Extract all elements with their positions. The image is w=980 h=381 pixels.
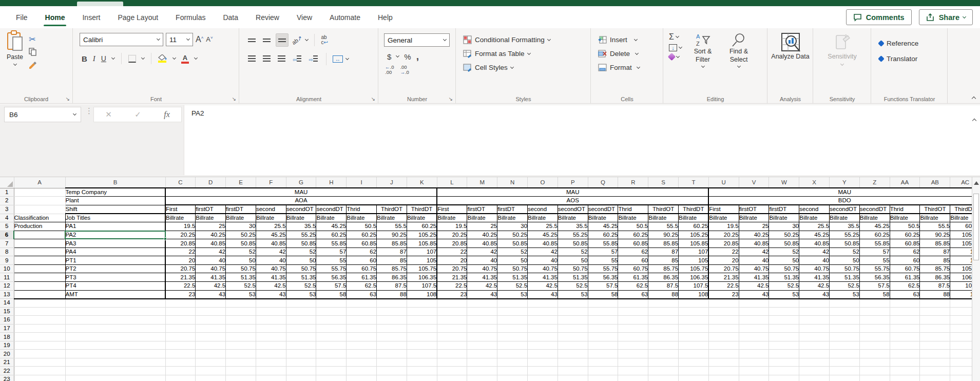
cell-A9[interactable] bbox=[14, 256, 65, 265]
cell[interactable] bbox=[588, 324, 618, 333]
cell-rate[interactable]: 52 bbox=[497, 247, 528, 256]
cell-rate[interactable]: 90.25 bbox=[648, 231, 679, 239]
cell[interactable] bbox=[437, 367, 467, 375]
cell[interactable] bbox=[196, 367, 226, 375]
cell-rate[interactable]: 85 bbox=[377, 256, 407, 265]
cell-B11[interactable]: PT3 bbox=[65, 273, 165, 282]
cell[interactable] bbox=[347, 299, 377, 308]
cell[interactable] bbox=[588, 316, 618, 325]
cell[interactable] bbox=[256, 358, 286, 367]
cell[interactable] bbox=[407, 367, 437, 375]
cell-rate[interactable]: 20 bbox=[437, 256, 467, 265]
cell[interactable] bbox=[377, 307, 407, 316]
cell[interactable] bbox=[618, 316, 648, 325]
cell-rate[interactable]: 62 bbox=[890, 247, 920, 256]
row-header-13[interactable]: 13 bbox=[0, 290, 14, 299]
cell[interactable] bbox=[618, 299, 648, 308]
orientation-icon[interactable]: ab↗ bbox=[291, 34, 303, 46]
cell-rate[interactable]: 60.85 bbox=[347, 239, 377, 248]
cell[interactable] bbox=[256, 299, 286, 308]
cell[interactable] bbox=[286, 375, 316, 381]
cell-rate[interactable]: 42.5 bbox=[196, 281, 226, 290]
cell-rate[interactable]: 58 bbox=[588, 290, 618, 299]
cell-rate[interactable]: 50.85 bbox=[497, 239, 528, 248]
cell-group-company-2[interactable]: MAU bbox=[437, 188, 708, 197]
cell-shift[interactable]: secondOT bbox=[286, 205, 316, 214]
cell[interactable] bbox=[859, 367, 890, 375]
cell[interactable] bbox=[286, 367, 316, 375]
cell-shift[interactable]: second bbox=[256, 205, 286, 214]
cell-rate[interactable]: 60.25 bbox=[588, 231, 618, 239]
cell[interactable] bbox=[14, 350, 65, 358]
cell-shift[interactable]: First bbox=[708, 205, 739, 214]
cell[interactable] bbox=[528, 299, 558, 308]
cell-rate[interactable]: 55.25 bbox=[830, 231, 860, 239]
column-header-Y[interactable]: Y bbox=[830, 177, 860, 188]
cell[interactable] bbox=[497, 358, 528, 367]
cell-shift[interactable]: firstDT bbox=[497, 205, 528, 214]
cell[interactable] bbox=[316, 324, 347, 333]
chevron-down-icon[interactable] bbox=[963, 14, 966, 18]
chevron-down-icon[interactable] bbox=[111, 56, 115, 60]
cell[interactable] bbox=[316, 333, 347, 341]
cell-rate[interactable]: 50.75 bbox=[497, 264, 528, 273]
cell[interactable] bbox=[739, 324, 769, 333]
cell[interactable] bbox=[65, 307, 165, 316]
cell-rate[interactable]: 55 bbox=[588, 256, 618, 265]
cell-rate[interactable]: 42.5 bbox=[256, 281, 286, 290]
cell[interactable] bbox=[437, 333, 467, 341]
cell-rate[interactable]: 86.35 bbox=[920, 273, 950, 282]
cell-B12[interactable]: PT4 bbox=[65, 281, 165, 290]
row-header-3[interactable]: 3 bbox=[0, 205, 14, 214]
cell[interactable] bbox=[407, 375, 437, 381]
cell-A5[interactable]: Production bbox=[14, 222, 65, 231]
cell[interactable] bbox=[497, 375, 528, 381]
cell-rate[interactable]: 105.25 bbox=[679, 231, 709, 239]
cell[interactable] bbox=[890, 307, 920, 316]
cell[interactable] bbox=[830, 367, 860, 375]
cell[interactable] bbox=[347, 375, 377, 381]
cell-rate[interactable]: 52 bbox=[830, 247, 860, 256]
row-header-15[interactable]: 15 bbox=[0, 307, 14, 316]
cell[interactable] bbox=[497, 299, 528, 308]
cell[interactable] bbox=[648, 367, 679, 375]
cell-rate[interactable]: 25 bbox=[467, 222, 497, 231]
cell-rate[interactable]: 50.75 bbox=[830, 264, 860, 273]
cell-rate[interactable]: 40.75 bbox=[528, 264, 558, 273]
cell[interactable] bbox=[407, 316, 437, 325]
merge-center-icon[interactable]: ↔ bbox=[333, 55, 343, 63]
cell[interactable] bbox=[679, 333, 709, 341]
cell-rate[interactable]: 30 bbox=[226, 222, 256, 231]
cell-rate[interactable]: 106.35 bbox=[407, 273, 437, 282]
cell-rate[interactable]: 60 bbox=[347, 256, 377, 265]
cell[interactable] bbox=[558, 307, 588, 316]
cell[interactable] bbox=[648, 299, 679, 308]
cell-rate[interactable]: 56.35 bbox=[316, 273, 347, 282]
cell[interactable] bbox=[316, 358, 347, 367]
cell-rate[interactable]: 20.25 bbox=[708, 231, 739, 239]
cell-rate[interactable]: 52.5 bbox=[558, 281, 588, 290]
cell-rate[interactable]: 52.5 bbox=[286, 281, 316, 290]
column-header-R[interactable]: R bbox=[618, 177, 648, 188]
cell[interactable] bbox=[799, 350, 830, 358]
cell-rate[interactable]: 87 bbox=[920, 247, 950, 256]
cell-rate[interactable]: 42.5 bbox=[799, 281, 830, 290]
cell-billrate[interactable]: Billrate bbox=[799, 214, 830, 222]
cell-shift[interactable]: First bbox=[165, 205, 196, 214]
row-header-17[interactable]: 17 bbox=[0, 324, 14, 333]
cell-shift[interactable]: Thrid bbox=[618, 205, 648, 214]
cell-rate[interactable]: 52 bbox=[226, 247, 256, 256]
cell[interactable] bbox=[679, 307, 709, 316]
cell[interactable] bbox=[890, 299, 920, 308]
cell-rate[interactable]: 50 bbox=[769, 256, 799, 265]
cell-shift[interactable]: ThirdOT bbox=[377, 205, 407, 214]
cell[interactable] bbox=[226, 316, 256, 325]
cell-rate[interactable]: 41.35 bbox=[799, 273, 830, 282]
cell-rate[interactable]: 25 bbox=[196, 222, 226, 231]
cell-shift[interactable]: ThirdOT bbox=[648, 205, 679, 214]
cell-rate[interactable]: 20.85 bbox=[708, 239, 739, 248]
cell-shift[interactable]: firstOT bbox=[739, 205, 769, 214]
cell-rate[interactable]: 51.35 bbox=[558, 273, 588, 282]
cell[interactable] bbox=[65, 375, 165, 381]
cell[interactable] bbox=[14, 316, 65, 325]
